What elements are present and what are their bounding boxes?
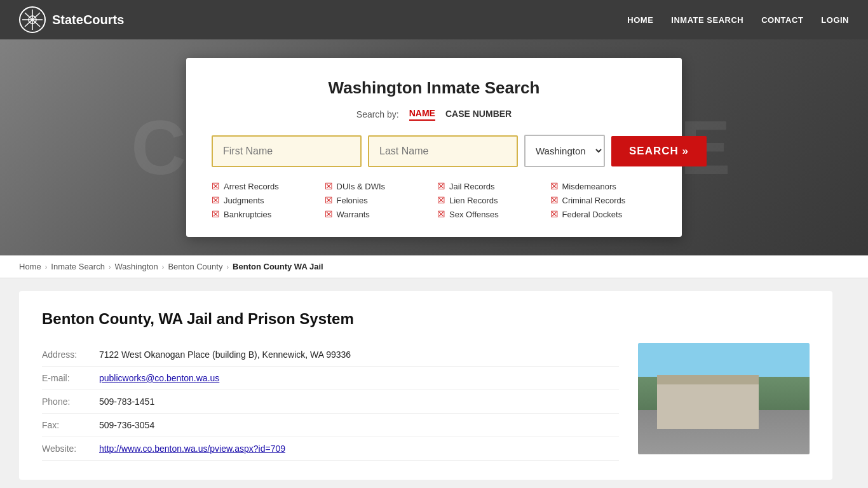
breadcrumb-home[interactable]: Home	[19, 262, 41, 271]
search-button[interactable]: SEARCH »	[611, 136, 707, 166]
check-item: ☒Judgments	[212, 195, 318, 205]
check-icon: ☒	[325, 195, 333, 205]
check-item: ☒Arrest Records	[212, 181, 318, 191]
check-label: Arrest Records	[224, 182, 279, 191]
info-value[interactable]: http://www.co.benton.wa.us/pview.aspx?id…	[99, 444, 619, 454]
first-name-input[interactable]	[212, 135, 362, 167]
nav-inmate-search[interactable]: INMATE SEARCH	[671, 15, 743, 25]
check-label: Misdemeanors	[562, 182, 616, 191]
info-label: Address:	[42, 349, 99, 360]
facility-building	[657, 384, 759, 429]
facility-image	[638, 343, 810, 454]
info-value: 509-736-3054	[99, 420, 619, 430]
check-item: ☒DUIs & DWIs	[325, 181, 431, 191]
last-name-input[interactable]	[368, 135, 518, 167]
info-row: Address:7122 West Okanogan Place (buildi…	[42, 343, 619, 367]
site-header: StateCourts HOME INMATE SEARCH CONTACT L…	[0, 0, 868, 39]
tab-name[interactable]: NAME	[409, 108, 435, 121]
content-layout: Address:7122 West Okanogan Place (buildi…	[42, 343, 810, 461]
info-row: Phone:509-783-1451	[42, 390, 619, 414]
check-item: ☒Felonies	[325, 195, 431, 205]
check-label: Felonies	[337, 196, 368, 205]
main-nav: HOME INMATE SEARCH CONTACT LOGIN	[627, 15, 849, 25]
check-item: ☒Sex Offenses	[437, 209, 544, 219]
breadcrumb-sep-3: ›	[162, 263, 165, 271]
info-value: 509-783-1451	[99, 396, 619, 407]
content-right	[638, 343, 810, 461]
search-by-row: Search by: NAME CASE NUMBER	[212, 108, 656, 121]
check-icon: ☒	[212, 209, 220, 219]
check-icon: ☒	[550, 195, 559, 205]
tab-case-number[interactable]: CASE NUMBER	[445, 109, 512, 120]
search-by-label: Search by:	[356, 109, 399, 119]
info-row: E-mail:publicworks@co.benton.wa.us	[42, 367, 619, 390]
check-item: ☒Bankruptcies	[212, 209, 318, 219]
info-label: Phone:	[42, 396, 99, 407]
search-card: Washington Inmate Search Search by: NAME…	[186, 58, 682, 237]
check-label: Lien Records	[449, 196, 498, 205]
nav-login[interactable]: LOGIN	[821, 15, 849, 25]
logo-text: StateCourts	[52, 13, 124, 27]
check-item: ☒Warrants	[325, 209, 431, 219]
info-link[interactable]: publicworks@co.benton.wa.us	[99, 373, 219, 383]
check-label: Jail Records	[449, 182, 495, 191]
check-item: ☒Jail Records	[437, 181, 544, 191]
check-icon: ☒	[550, 209, 559, 219]
info-label: Website:	[42, 444, 99, 454]
content-card: Benton County, WA Jail and Prison System…	[19, 291, 832, 480]
check-icon: ☒	[437, 209, 445, 219]
info-value: 7122 West Okanogan Place (building B), K…	[99, 349, 619, 360]
info-link[interactable]: http://www.co.benton.wa.us/pview.aspx?id…	[99, 444, 285, 454]
state-select[interactable]: Washington	[524, 135, 605, 167]
check-icon: ☒	[437, 195, 445, 205]
check-item: ☒Lien Records	[437, 195, 544, 205]
search-inputs-row: Washington SEARCH »	[212, 135, 656, 167]
check-label: DUIs & DWIs	[337, 182, 386, 191]
breadcrumb-sep-4: ›	[226, 263, 229, 271]
check-label: Federal Dockets	[562, 210, 623, 219]
logo-icon	[19, 6, 46, 33]
breadcrumb-sep-1: ›	[45, 263, 48, 271]
check-item: ☒Federal Dockets	[550, 209, 657, 219]
info-value[interactable]: publicworks@co.benton.wa.us	[99, 373, 619, 383]
check-icon: ☒	[550, 181, 559, 191]
check-item: ☒Misdemeanors	[550, 181, 657, 191]
hero-section: COURTHOUSE Washington Inmate Search Sear…	[0, 39, 868, 255]
check-label: Criminal Records	[562, 196, 626, 205]
checkboxes-grid: ☒Arrest Records☒DUIs & DWIs☒Jail Records…	[212, 181, 656, 219]
check-label: Judgments	[224, 196, 264, 205]
info-label: Fax:	[42, 420, 99, 430]
breadcrumb-sep-2: ›	[109, 263, 111, 271]
logo-area: StateCourts	[19, 6, 124, 33]
check-icon: ☒	[212, 195, 220, 205]
breadcrumb-benton-county[interactable]: Benton County	[168, 262, 222, 271]
check-label: Sex Offenses	[449, 210, 499, 219]
nav-contact[interactable]: CONTACT	[761, 15, 803, 25]
content-title: Benton County, WA Jail and Prison System	[42, 310, 810, 328]
check-label: Bankruptcies	[224, 210, 271, 219]
check-label: Warrants	[337, 210, 370, 219]
info-row: Fax:509-736-3054	[42, 414, 619, 437]
check-item: ☒Criminal Records	[550, 195, 657, 205]
check-icon: ☒	[325, 209, 333, 219]
check-icon: ☒	[212, 181, 220, 191]
info-label: E-mail:	[42, 373, 99, 383]
breadcrumb: Home › Inmate Search › Washington › Bent…	[0, 255, 868, 278]
breadcrumb-washington[interactable]: Washington	[115, 262, 158, 271]
main-content: Benton County, WA Jail and Prison System…	[0, 278, 868, 488]
breadcrumb-inmate-search[interactable]: Inmate Search	[51, 262, 105, 271]
check-icon: ☒	[325, 181, 333, 191]
breadcrumb-current: Benton County WA Jail	[233, 262, 323, 271]
search-card-title: Washington Inmate Search	[212, 78, 656, 98]
content-left: Address:7122 West Okanogan Place (buildi…	[42, 343, 619, 461]
check-icon: ☒	[437, 181, 445, 191]
nav-home[interactable]: HOME	[627, 15, 653, 25]
info-row: Website:http://www.co.benton.wa.us/pview…	[42, 437, 619, 461]
